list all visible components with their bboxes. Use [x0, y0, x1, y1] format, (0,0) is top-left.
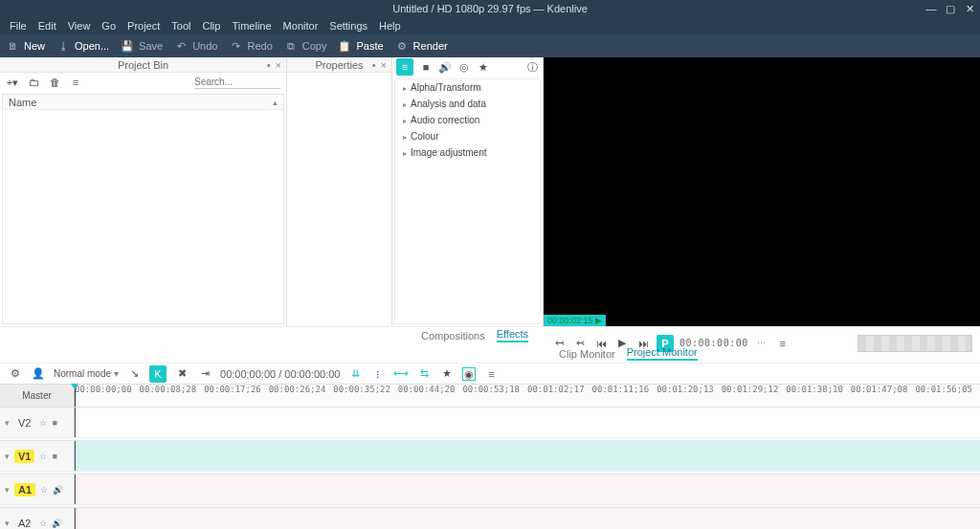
- collapse-icon[interactable]: ▾: [5, 452, 10, 461]
- favorite-effects-icon[interactable]: ★: [439, 367, 455, 380]
- add-clip-icon[interactable]: +▾: [6, 76, 19, 89]
- lift-mode-icon[interactable]: ⇆: [416, 367, 432, 380]
- menu-file[interactable]: File: [4, 20, 33, 32]
- custom-fx-icon[interactable]: ◎: [457, 60, 471, 74]
- track-head-v1[interactable]: ▾ V1 ☆ ■: [0, 441, 75, 471]
- ruler-tick: 00:00:08;28: [140, 385, 197, 394]
- favorite-fx-icon[interactable]: ★: [477, 60, 490, 74]
- video-icon[interactable]: ■: [52, 452, 56, 461]
- tab-clip-monitor[interactable]: Clip Monitor: [559, 348, 615, 361]
- selection-tool-icon[interactable]: ↘: [126, 367, 142, 380]
- preview-render-icon[interactable]: ◉: [462, 367, 476, 381]
- redo-button[interactable]: ↷Redo: [229, 39, 274, 53]
- fx-category[interactable]: Image adjustment: [395, 144, 540, 161]
- razor-tool-icon[interactable]: K: [149, 365, 167, 383]
- monitor-more-icon[interactable]: ⋯: [754, 339, 769, 348]
- copy-icon: ⧉: [284, 39, 298, 53]
- ruler-tick: 00:01:20;13: [657, 385, 714, 394]
- mute-icon[interactable]: ☆: [39, 452, 47, 461]
- menu-project[interactable]: Project: [122, 20, 166, 32]
- audio-fx-icon[interactable]: 🔊: [438, 60, 452, 74]
- menu-clip[interactable]: Clip: [196, 20, 226, 32]
- audio-icon[interactable]: 🔊: [53, 485, 63, 495]
- monitor-viewport[interactable]: 00:00:02:15 ▶: [544, 57, 980, 326]
- fx-info-icon[interactable]: ⓘ: [525, 60, 539, 74]
- collapse-icon[interactable]: ▾: [5, 418, 10, 428]
- new-icon: 🗎: [6, 39, 19, 53]
- menu-view[interactable]: View: [62, 20, 97, 32]
- spacer-tool-icon[interactable]: ✖: [174, 367, 189, 380]
- menu-timeline[interactable]: Timeline: [226, 20, 277, 32]
- effects-tree: Alpha/Transform Analysis and data Audio …: [394, 78, 541, 324]
- panel-menu-icon[interactable]: • ×: [372, 59, 388, 71]
- fx-category[interactable]: Audio correction: [395, 112, 540, 128]
- paste-button[interactable]: 📋Paste: [338, 39, 385, 53]
- ruler-tick: 00:01:11;16: [592, 385, 650, 394]
- video-fx-icon[interactable]: ■: [419, 60, 433, 74]
- track-body-v2[interactable]: [75, 408, 980, 437]
- extract-mode-icon[interactable]: ⟷: [393, 367, 409, 380]
- menu-tool[interactable]: Tool: [166, 20, 196, 32]
- mute-icon[interactable]: ☆: [39, 518, 47, 528]
- open-icon: ⭳: [56, 39, 70, 53]
- collapse-icon[interactable]: ▾: [5, 485, 10, 495]
- maximize-icon[interactable]: ▢: [944, 2, 957, 15]
- close-icon[interactable]: ✕: [963, 2, 976, 15]
- menu-edit[interactable]: Edit: [33, 20, 62, 32]
- fx-category[interactable]: Analysis and data: [395, 96, 540, 112]
- delete-clip-icon[interactable]: 🗑: [48, 76, 61, 89]
- mute-icon[interactable]: ☆: [39, 418, 47, 428]
- fx-category[interactable]: Colour: [395, 128, 540, 144]
- video-icon[interactable]: ■: [52, 418, 56, 428]
- project-bin-list[interactable]: Name ▴: [2, 94, 284, 324]
- minimize-icon[interactable]: —: [924, 2, 938, 15]
- titlebar: Untitled / HD 1080p 29.97 fps — Kdenlive…: [0, 0, 980, 17]
- timeline-user-icon[interactable]: 👤: [31, 367, 46, 380]
- bin-column-name[interactable]: Name: [9, 97, 36, 108]
- menu-monitor[interactable]: Monitor: [278, 20, 324, 32]
- fx-category[interactable]: Alpha/Transform: [395, 79, 540, 96]
- tab-project-monitor[interactable]: Project Monitor: [627, 346, 698, 361]
- timeline-toolbar: ⚙ 👤 Normal mode▾ ↘ K ✖ ⇥ 00:00:00:00 / 0…: [0, 363, 980, 384]
- menu-go[interactable]: Go: [96, 20, 122, 32]
- bin-options-icon[interactable]: ≡: [69, 76, 82, 89]
- master-track-button[interactable]: Master: [0, 385, 74, 408]
- timeline-settings-icon[interactable]: ⚙: [8, 367, 23, 380]
- save-icon: 💾: [121, 39, 134, 53]
- track-body-v1[interactable]: [75, 441, 980, 471]
- render-icon: ⚙: [395, 39, 409, 53]
- sort-icon[interactable]: ▴: [273, 98, 278, 107]
- monitor-list-icon[interactable]: ≡: [775, 338, 791, 349]
- audio-icon[interactable]: 🔊: [52, 518, 62, 528]
- render-button[interactable]: ⚙Render: [395, 39, 450, 53]
- collapse-icon[interactable]: ▾: [5, 518, 10, 528]
- track-head-a2[interactable]: ▾ A2 ☆ 🔊: [0, 508, 75, 529]
- track-body-a1[interactable]: [75, 474, 980, 504]
- track-body-a2[interactable]: [75, 508, 980, 529]
- overwrite-mode-icon[interactable]: ⫶: [370, 368, 386, 380]
- menu-settings[interactable]: Settings: [323, 20, 373, 32]
- new-button[interactable]: 🗎New: [6, 39, 47, 53]
- copy-button[interactable]: ⧉Copy: [284, 39, 329, 53]
- monitor-scrubber[interactable]: [858, 335, 972, 352]
- bin-search-input[interactable]: [194, 76, 280, 89]
- open-button[interactable]: ⭳Open...: [56, 39, 111, 53]
- timeline-position-tc[interactable]: 00:00:00:00 / 00:00:00:00: [220, 368, 340, 380]
- track-head-a1[interactable]: ▾ A1 ☆ 🔊: [0, 474, 75, 504]
- menu-help[interactable]: Help: [373, 20, 407, 32]
- add-folder-icon[interactable]: 🗀: [27, 76, 40, 89]
- monitor-prev-icon[interactable]: ⏮: [593, 338, 609, 349]
- timeline-menu-icon[interactable]: ≡: [483, 368, 499, 380]
- effects-main-icon[interactable]: ≡: [396, 58, 413, 76]
- edit-mode-select[interactable]: Normal mode▾: [54, 368, 119, 379]
- fit-zoom-icon[interactable]: ⇥: [197, 367, 212, 380]
- timeline-ruler[interactable]: 00:00:00;0000:00:08;2800:00:17;2600:00:2…: [75, 385, 980, 408]
- tab-effects[interactable]: Effects: [497, 328, 528, 342]
- mute-icon[interactable]: ☆: [40, 485, 48, 495]
- tab-compositions[interactable]: Compositions: [421, 330, 485, 342]
- undo-button[interactable]: ↶Undo: [174, 39, 219, 53]
- save-button[interactable]: 💾Save: [121, 39, 165, 53]
- panel-menu-icon[interactable]: • ×: [267, 59, 282, 71]
- track-head-v2[interactable]: ▾ V2 ☆ ■: [0, 408, 75, 437]
- insert-mode-icon[interactable]: ⇊: [347, 367, 363, 380]
